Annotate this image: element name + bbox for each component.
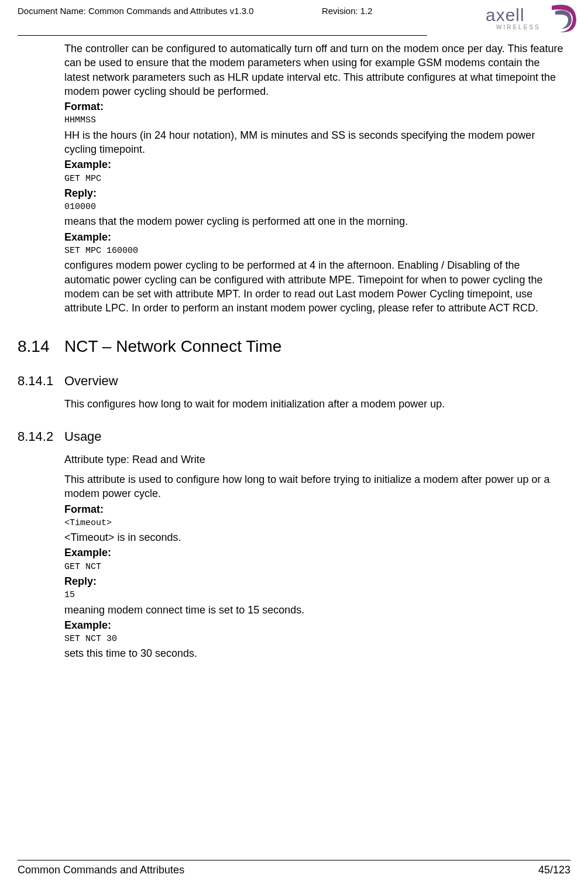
header: Document Name: Common Commands and Attri… xyxy=(18,6,570,35)
logo-subtext: WIRELESS xyxy=(496,24,541,30)
doc-name: Document Name: Common Commands and Attri… xyxy=(18,6,254,16)
intro-paragraph: The controller can be configured to auto… xyxy=(64,42,565,98)
example-label-2: Example: xyxy=(64,230,565,244)
section-8-14-heading: 8.14 NCT – Network Connect Time xyxy=(18,337,570,356)
logo-text: axell xyxy=(486,5,525,25)
page: Document Name: Common Commands and Attri… xyxy=(0,0,588,888)
usage-description: This attribute is used to configure how … xyxy=(64,472,565,501)
reply1-value: 15 xyxy=(64,589,565,601)
example2-explanation: configures modem power cycling to be per… xyxy=(64,258,565,315)
format-explanation: <Timeout> is in seconds. xyxy=(64,530,565,544)
footer-page-number: 45/123 xyxy=(538,864,570,876)
format-value: <Timeout> xyxy=(64,517,565,529)
example-label-2: Example: xyxy=(64,618,565,632)
reply-label: Reply: xyxy=(64,574,565,588)
example2-explanation: sets this time to 30 seconds. xyxy=(64,646,565,660)
attribute-type: Attribute type: Read and Write xyxy=(64,452,565,467)
section-title: NCT – Network Connect Time xyxy=(64,337,281,356)
example2-command: SET NCT 30 xyxy=(64,633,565,645)
overview-text: This configures how long to wait for mod… xyxy=(64,397,565,411)
reply1-explanation: means that the modem power cycling is pe… xyxy=(64,214,565,228)
format-explanation: HH is the hours (in 24 hour notation), M… xyxy=(64,128,565,157)
section-8-14-1-heading: 8.14.1 Overview xyxy=(18,373,570,389)
format-value: HHMMSS xyxy=(64,115,565,126)
subsection-number: 8.14.2 xyxy=(18,429,64,444)
example2-command: SET MPC 160000 xyxy=(64,245,565,257)
reply1-explanation: meaning modem connect time is set to 15 … xyxy=(64,603,565,617)
logo: axell WIRELESS xyxy=(486,3,579,35)
format-label: Format: xyxy=(64,100,565,114)
subsection-title: Usage xyxy=(64,429,102,444)
example-label: Example: xyxy=(64,546,565,560)
subsection-title: Overview xyxy=(64,373,118,389)
content-block-8-14-2: Attribute type: Read and Write This attr… xyxy=(64,452,565,661)
format-label: Format: xyxy=(64,502,565,516)
reply-label: Reply: xyxy=(64,186,565,200)
content-block-1: The controller can be configured to auto… xyxy=(64,42,565,315)
footer-left: Common Commands and Attributes xyxy=(18,864,184,876)
example1-command: GET MPC xyxy=(64,173,565,185)
logo-swirl-icon xyxy=(547,3,579,35)
footer-rule xyxy=(18,860,570,860)
footer: Common Commands and Attributes 45/123 xyxy=(18,860,570,876)
example1-command: GET NCT xyxy=(64,561,565,573)
header-rule xyxy=(18,35,427,36)
example-label: Example: xyxy=(64,157,565,172)
content-block-8-14-1: This configures how long to wait for mod… xyxy=(64,397,565,411)
section-8-14-2-heading: 8.14.2 Usage xyxy=(18,429,570,444)
subsection-number: 8.14.1 xyxy=(18,373,64,389)
section-number: 8.14 xyxy=(18,337,64,356)
revision: Revision: 1.2 xyxy=(322,6,373,16)
reply1-value: 010000 xyxy=(64,201,565,213)
